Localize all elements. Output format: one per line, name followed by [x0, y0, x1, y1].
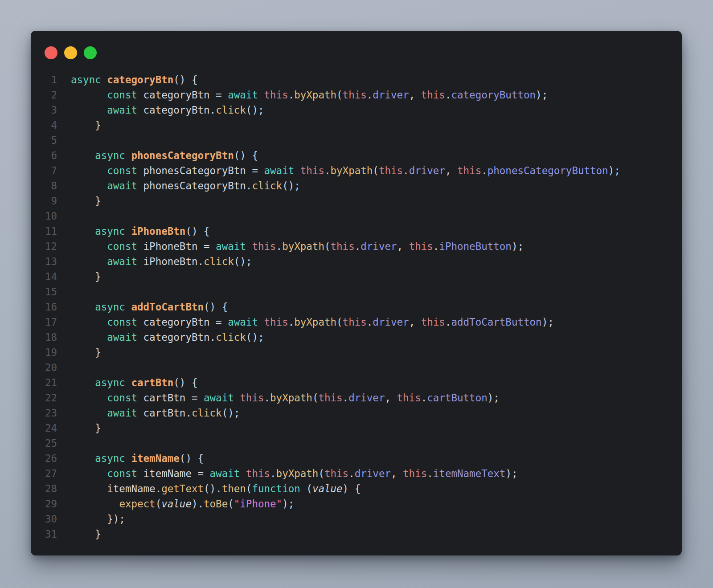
code-line: 15 — [45, 284, 677, 299]
line-number: 15 — [45, 284, 57, 299]
token-pln: () { — [173, 377, 197, 388]
code-text: async phonesCategoryBtn() { — [71, 150, 258, 161]
token-kw: await — [228, 316, 258, 328]
code-line: 14 } — [45, 269, 677, 284]
token-pln: . — [270, 468, 276, 479]
token-prop: driver — [361, 241, 397, 252]
token-prop: iPhoneButton — [439, 241, 512, 252]
token-prop: addToCartButton — [451, 316, 541, 328]
code-text: await categoryBtn.click(); — [71, 331, 264, 343]
token-pln — [234, 392, 240, 404]
token-pln: . — [355, 241, 361, 252]
token-pln: . — [445, 89, 451, 101]
token-pln: (); — [222, 407, 240, 419]
code-line: 22 const cartBtn = await this.byXpath(th… — [45, 390, 677, 405]
line-number: 11 — [45, 224, 57, 239]
zoom-button-icon[interactable] — [84, 46, 97, 59]
code-line: 8 await phonesCategoryBtn.click(); — [45, 178, 677, 193]
code-text: } — [71, 195, 101, 207]
code-text: async categoryBtn() { — [71, 74, 197, 86]
line-number: 30 — [45, 511, 57, 527]
token-pln: phonesCategoryBtn = — [137, 165, 264, 176]
token-kw: await — [107, 104, 137, 116]
token-kw: await — [107, 180, 137, 192]
token-pln: ); — [505, 468, 517, 479]
line-number: 8 — [45, 178, 57, 193]
token-pln: . — [403, 165, 409, 176]
line-number: 12 — [45, 239, 57, 254]
code-text: } — [71, 422, 101, 434]
code-text: await categoryBtn.click(); — [71, 104, 264, 116]
token-pln: ); — [512, 241, 524, 252]
token-pln: , — [409, 89, 421, 101]
code-line: 7 const phonesCategoryBtn = await this.b… — [45, 163, 677, 178]
token-kw: await — [107, 331, 137, 343]
token-pln: (); — [246, 104, 264, 116]
token-self: this — [300, 165, 324, 176]
line-number: 16 — [45, 299, 57, 314]
token-self: this — [421, 89, 445, 101]
code-line: 5 — [45, 133, 677, 148]
token-kw: function — [252, 483, 300, 494]
token-prop: driver — [409, 165, 445, 176]
token-meth: byXpath — [282, 241, 324, 252]
line-number: 9 — [45, 193, 57, 208]
token-self: this — [397, 392, 421, 404]
code-text: itemName.getText().then(function (value)… — [71, 483, 361, 494]
token-pln: ( — [373, 165, 379, 176]
token-pln: , — [445, 165, 457, 176]
token-kw: await — [107, 256, 137, 267]
code-line: 10 — [45, 208, 677, 224]
token-pln — [258, 316, 264, 328]
code-line: 2 const categoryBtn = await this.byXpath… — [45, 87, 677, 102]
token-pln: } — [71, 528, 101, 540]
line-number: 18 — [45, 330, 57, 345]
token-meth: byXpath — [331, 165, 373, 176]
code-line: 12 const iPhoneBtn = await this.byXpath(… — [45, 239, 677, 254]
code-line: 28 itemName.getText().then(function (val… — [45, 481, 677, 496]
token-self: this — [343, 89, 367, 101]
token-pln: ( — [336, 89, 343, 101]
token-pln: . — [367, 89, 373, 101]
token-kw: await — [107, 407, 137, 419]
token-kw: const — [107, 89, 137, 101]
token-fn: categoryBtn — [107, 74, 173, 86]
code-line: 19 } — [45, 345, 677, 360]
token-prop: cartButton — [427, 392, 487, 404]
code-line: 4 } — [45, 118, 677, 133]
token-kw: await — [264, 165, 295, 176]
token-pln: . — [264, 392, 270, 404]
code-snippet-window: 1async categoryBtn() {2 const categoryBt… — [31, 31, 682, 555]
line-number: 27 — [45, 466, 57, 481]
code-line: 31 } — [45, 527, 677, 542]
token-pln: itemName. — [71, 483, 161, 494]
token-meth: click — [252, 180, 282, 192]
token-pln: categoryBtn = — [137, 89, 228, 101]
line-number: 20 — [45, 360, 57, 375]
code-line: 6 async phonesCategoryBtn() { — [45, 148, 677, 163]
code-editor: 1async categoryBtn() {2 const categoryBt… — [45, 72, 677, 547]
minimize-button-icon[interactable] — [64, 46, 77, 59]
code-line: 18 await categoryBtn.click(); — [45, 330, 677, 345]
token-pln: ); — [608, 165, 620, 176]
token-pln: itemName = — [137, 468, 210, 479]
line-number: 6 — [45, 148, 57, 163]
code-line: 9 } — [45, 193, 677, 208]
line-number: 19 — [45, 345, 57, 360]
code-text: const itemName = await this.byXpath(this… — [71, 468, 517, 479]
close-button-icon[interactable] — [45, 46, 57, 59]
token-meth: click — [204, 256, 234, 267]
token-kw: async — [95, 301, 131, 313]
token-pln: (). — [204, 483, 222, 494]
code-line: 23 await cartBtn.click(); — [45, 405, 677, 421]
token-self: this — [264, 89, 288, 101]
token-pln: (); — [282, 180, 300, 192]
token-pln: } — [71, 195, 101, 207]
line-number: 31 — [45, 527, 57, 542]
token-pln: . — [343, 392, 349, 404]
code-text: const cartBtn = await this.byXpath(this.… — [71, 392, 500, 404]
line-number: 23 — [45, 405, 57, 421]
token-kw: await — [210, 468, 240, 479]
token-meth: byXpath — [294, 89, 336, 101]
line-number: 3 — [45, 102, 57, 118]
